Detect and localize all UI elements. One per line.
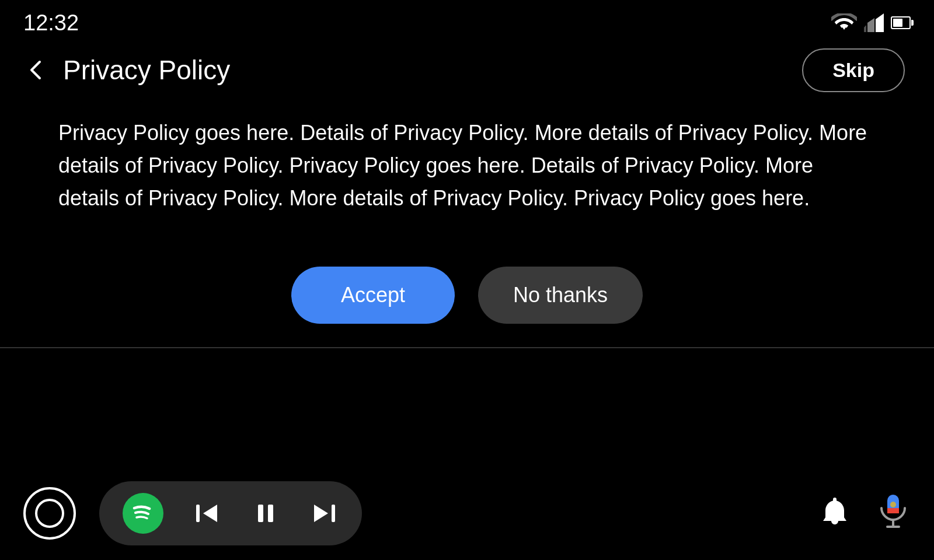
content-area: Privacy Policy goes here. Details of Pri…: [0, 99, 934, 237]
svg-marker-2: [864, 25, 866, 32]
battery-fill: [893, 19, 902, 27]
svg-point-15: [890, 502, 896, 508]
status-icons: [831, 13, 911, 32]
status-time: 12:32: [23, 10, 79, 36]
spotify-icon: [123, 493, 163, 534]
signal-icon: [864, 13, 884, 32]
bottom-left: [23, 481, 362, 545]
svg-marker-5: [203, 505, 217, 522]
page-title: Privacy Policy: [63, 54, 230, 86]
divider: [0, 347, 934, 348]
privacy-text: Privacy Policy goes here. Details of Pri…: [58, 117, 876, 214]
svg-rect-4: [196, 505, 200, 522]
accept-button[interactable]: Accept: [291, 267, 455, 324]
skip-button[interactable]: Skip: [802, 48, 905, 92]
mic-icon: [876, 492, 911, 533]
buttons-container: Accept No thanks: [0, 237, 934, 347]
svg-rect-7: [268, 505, 273, 522]
no-thanks-button[interactable]: No thanks: [478, 267, 643, 324]
svg-marker-0: [876, 13, 884, 32]
record-button[interactable]: [23, 487, 76, 540]
svg-marker-9: [314, 505, 328, 522]
media-player: [99, 481, 362, 545]
mic-button[interactable]: [876, 492, 911, 535]
next-button[interactable]: [309, 499, 339, 528]
notification-button[interactable]: [817, 495, 852, 532]
svg-marker-1: [867, 18, 874, 32]
bottom-right: [817, 492, 911, 535]
pause-button[interactable]: [251, 499, 280, 528]
battery-icon: [891, 16, 911, 29]
next-icon: [309, 499, 339, 528]
bottom-bar: [0, 467, 934, 560]
header: Privacy Policy Skip: [0, 41, 934, 99]
record-inner: [35, 499, 64, 528]
prev-icon: [193, 499, 222, 528]
svg-rect-8: [332, 505, 335, 522]
back-arrow-icon: [23, 57, 49, 83]
svg-rect-14: [887, 511, 899, 513]
svg-rect-6: [258, 505, 263, 522]
bell-icon: [817, 495, 852, 530]
status-bar: 12:32: [0, 0, 934, 41]
pause-icon: [251, 499, 280, 528]
header-left: Privacy Policy: [23, 54, 230, 86]
prev-button[interactable]: [193, 499, 222, 528]
bottom-bar-inner: [23, 481, 911, 545]
wifi-icon: [831, 13, 857, 32]
back-button[interactable]: [23, 57, 49, 83]
